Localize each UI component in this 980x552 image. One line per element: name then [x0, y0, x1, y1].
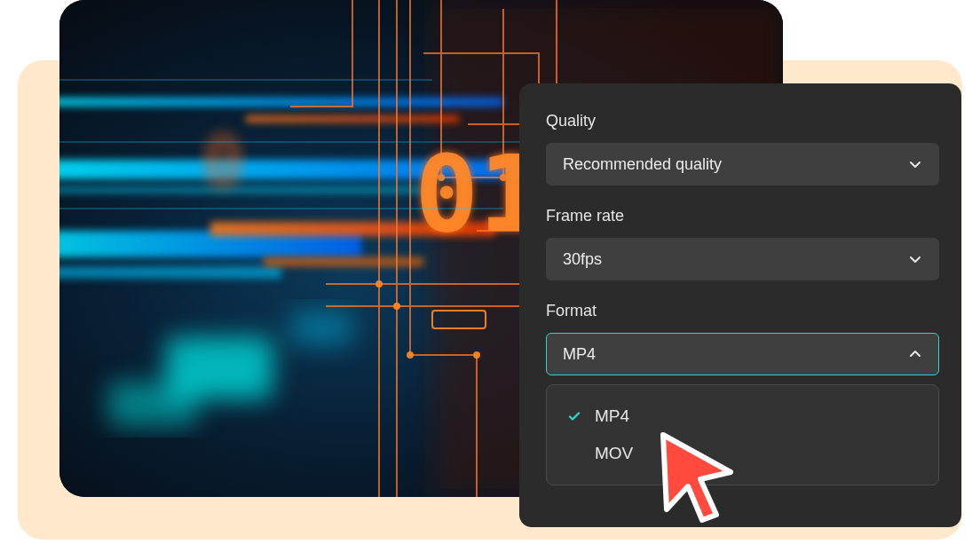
svg-rect-8	[108, 382, 197, 426]
framerate-select[interactable]: 30fps	[546, 238, 939, 280]
check-icon	[566, 408, 582, 424]
svg-rect-10	[246, 115, 459, 122]
chevron-down-icon	[908, 252, 922, 266]
svg-point-18	[473, 351, 480, 359]
svg-point-13	[375, 280, 383, 288]
framerate-value: 30fps	[563, 250, 602, 269]
svg-rect-6	[59, 266, 281, 279]
quality-value: Recommended quality	[563, 155, 722, 174]
format-option-mov[interactable]: MOV	[547, 435, 938, 472]
quality-select[interactable]: Recommended quality	[546, 143, 939, 185]
framerate-label: Frame rate	[546, 207, 935, 225]
format-option-label: MOV	[595, 444, 633, 463]
svg-rect-2	[59, 98, 503, 106]
format-value: MP4	[563, 345, 596, 364]
format-select[interactable]: MP4	[546, 333, 939, 375]
format-option-label: MP4	[595, 406, 629, 426]
format-dropdown: MP4 MOV	[546, 384, 939, 485]
svg-rect-12	[264, 257, 423, 266]
stage: 01 01 0 Original Quality Recommended qua…	[0, 0, 980, 552]
quality-label: Quality	[546, 112, 935, 130]
format-label: Format	[546, 302, 935, 320]
check-placeholder	[566, 446, 582, 461]
svg-point-17	[407, 351, 414, 359]
svg-text:0: 0	[202, 121, 244, 203]
format-option-mp4[interactable]: MP4	[547, 398, 938, 435]
chevron-up-icon	[908, 347, 922, 361]
svg-point-14	[393, 303, 400, 310]
chevron-down-icon	[908, 157, 922, 171]
svg-rect-9	[290, 311, 352, 346]
export-panel: Quality Recommended quality Frame rate 3…	[519, 83, 961, 527]
